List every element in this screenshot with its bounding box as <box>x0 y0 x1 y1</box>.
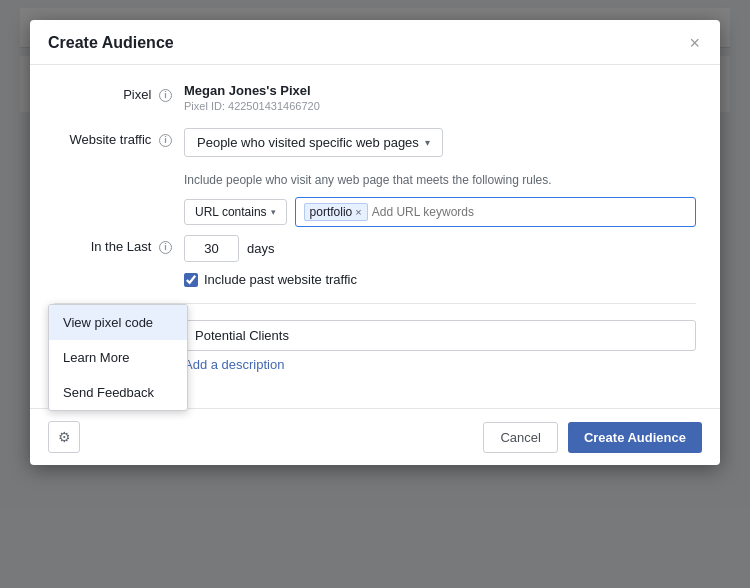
days-input[interactable] <box>184 235 239 262</box>
website-traffic-row: Website traffic i People who visited spe… <box>54 128 696 157</box>
rule-description: Include people who visit any web page th… <box>184 173 696 187</box>
website-traffic-label: Website traffic i <box>54 128 184 147</box>
audience-name-input[interactable] <box>184 320 696 351</box>
in-the-last-info-icon[interactable]: i <box>159 241 172 254</box>
create-audience-modal: Create Audience × Pixel i Megan Jones's … <box>30 20 720 465</box>
gear-menu-item-view-pixel[interactable]: View pixel code <box>49 305 187 340</box>
modal-header: Create Audience × <box>30 20 720 65</box>
in-the-last-label: In the Last i <box>54 235 184 254</box>
modal-close-button[interactable]: × <box>687 34 702 52</box>
in-the-last-content: days Include past website traffic <box>184 235 696 287</box>
gear-icon: ⚙ <box>58 429 71 445</box>
dropdown-arrow: ▾ <box>425 137 430 148</box>
last-row: days <box>184 235 696 262</box>
keyword-input-area[interactable]: portfolio × <box>295 197 696 227</box>
keyword-tag: portfolio × <box>304 203 368 221</box>
url-contains-arrow: ▾ <box>271 207 276 217</box>
modal-footer: ⚙ View pixel code Learn More Send Feedba… <box>30 408 720 465</box>
website-traffic-content: People who visited specific web pages ▾ <box>184 128 696 157</box>
keyword-remove[interactable]: × <box>355 207 361 218</box>
days-label: days <box>247 241 274 256</box>
gear-button[interactable]: ⚙ <box>48 421 80 453</box>
gear-menu: View pixel code Learn More Send Feedback <box>48 304 188 411</box>
website-traffic-dropdown[interactable]: People who visited specific web pages ▾ <box>184 128 443 157</box>
pixel-info-icon[interactable]: i <box>159 89 172 102</box>
modal-title: Create Audience <box>48 34 174 52</box>
create-audience-button[interactable]: Create Audience <box>568 422 702 453</box>
url-contains-dropdown[interactable]: URL contains ▾ <box>184 199 287 225</box>
pixel-row: Pixel i Megan Jones's Pixel Pixel ID: 42… <box>54 83 696 112</box>
website-traffic-info-icon[interactable]: i <box>159 134 172 147</box>
audience-name-content: Add a description <box>184 320 696 372</box>
cancel-button[interactable]: Cancel <box>483 422 557 453</box>
gear-menu-item-send-feedback[interactable]: Send Feedback <box>49 375 187 410</box>
add-description-link[interactable]: Add a description <box>184 357 284 372</box>
url-row: URL contains ▾ portfolio × <box>184 197 696 227</box>
pixel-content: Megan Jones's Pixel Pixel ID: 4225014314… <box>184 83 696 112</box>
pixel-label: Pixel i <box>54 83 184 102</box>
pixel-id: Pixel ID: 422501431466720 <box>184 100 696 112</box>
gear-menu-item-learn-more[interactable]: Learn More <box>49 340 187 375</box>
pixel-name: Megan Jones's Pixel <box>184 83 696 98</box>
checkbox-row: Include past website traffic <box>184 272 696 287</box>
past-traffic-label: Include past website traffic <box>204 272 357 287</box>
footer-buttons: Cancel Create Audience <box>483 422 702 453</box>
in-the-last-row: In the Last i days Include past website … <box>54 235 696 287</box>
past-traffic-checkbox[interactable] <box>184 273 198 287</box>
url-keywords-input[interactable] <box>372 205 687 219</box>
